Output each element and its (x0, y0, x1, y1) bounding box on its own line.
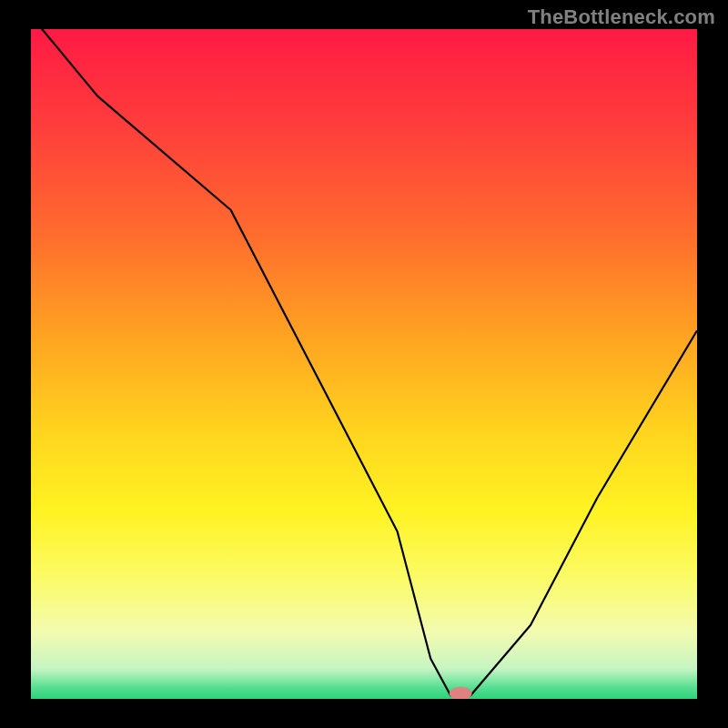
chart-svg (31, 29, 697, 699)
gradient-background (31, 29, 697, 699)
attribution-text: TheBottleneck.com (528, 5, 715, 29)
plot-area (31, 29, 697, 699)
chart-frame: TheBottleneck.com (0, 0, 728, 728)
